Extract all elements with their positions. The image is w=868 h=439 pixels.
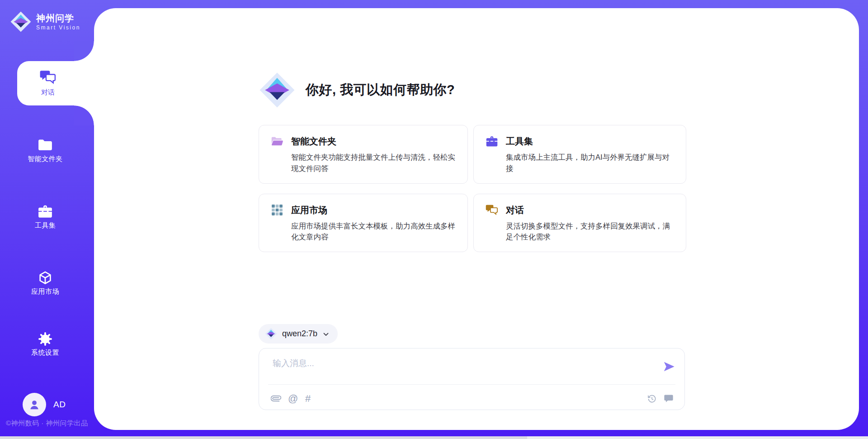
card-description: 灵活切换多模型文件，支持多样回复效果调试，满足个性化需求	[506, 220, 674, 243]
composer-tools: @ #	[271, 393, 316, 404]
sidebar-item-label: 系统设置	[31, 348, 59, 357]
card-toolset[interactable]: 工具集 集成市场上主流工具，助力AI与外界无缝扩展与对接	[473, 125, 686, 184]
at-icon[interactable]: @	[288, 393, 298, 404]
card-title: 工具集	[506, 135, 533, 148]
brand-diamond-icon	[10, 11, 32, 33]
model-diamond-icon	[265, 328, 277, 340]
card-app-market[interactable]: 应用市场 应用市场提供丰富长文本模板，助力高效生成多样化文章内容	[259, 194, 468, 253]
model-label: qwen2:7b	[282, 329, 317, 339]
user-name: AD	[53, 400, 66, 410]
composer-actions	[647, 394, 674, 404]
user-profile[interactable]: AD	[23, 393, 66, 416]
assistant-diamond-icon	[259, 72, 296, 109]
sidebar-item-app-market[interactable]: 应用市场	[0, 271, 90, 296]
feature-cards: 智能文件夹 智能文件夹功能支持批量文件上传与清洗，轻松实现文件问答 工具集 集成…	[259, 125, 686, 252]
greeting: 你好, 我可以如何帮助你?	[259, 72, 455, 109]
tab-fillet-top	[74, 41, 94, 61]
model-selector[interactable]: qwen2:7b	[259, 324, 338, 344]
sidebar-item-label: 对话	[41, 88, 55, 97]
send-icon	[663, 360, 675, 373]
history-icon[interactable]	[647, 394, 657, 404]
chat-bubble-icon[interactable]	[664, 394, 674, 404]
brand-name-en: Smart Vision	[36, 24, 80, 31]
card-title: 智能文件夹	[291, 135, 336, 148]
card-head: 应用市场	[271, 204, 456, 216]
folder-open-icon	[271, 136, 283, 148]
sidebar-item-label: 工具集	[35, 221, 56, 230]
sidebar-item-settings[interactable]: 系统设置	[0, 332, 90, 357]
folder-icon	[38, 138, 53, 153]
brand-name-cn: 神州问学	[36, 13, 80, 24]
card-head: 智能文件夹	[271, 135, 456, 148]
card-chat[interactable]: 对话 灵活切换多模型文件，支持多样回复效果调试，满足个性化需求	[473, 194, 686, 253]
brand-text: 神州问学 Smart Vision	[36, 13, 80, 31]
sidebar-item-smart-folders[interactable]: 智能文件夹	[0, 138, 90, 163]
sidebar-item-chat[interactable]: 对话	[17, 61, 94, 105]
card-description: 应用市场提供丰富长文本模板，助力高效生成多样化文章内容	[291, 220, 456, 243]
card-description: 智能文件夹功能支持批量文件上传与清洗，轻松实现文件问答	[291, 152, 456, 174]
composer-divider	[268, 384, 675, 385]
sidebar-item-label: 应用市场	[31, 287, 59, 296]
person-icon	[28, 398, 41, 411]
grid-icon	[271, 204, 283, 216]
send-button[interactable]	[663, 360, 675, 373]
card-smart-folders[interactable]: 智能文件夹 智能文件夹功能支持批量文件上传与清洗，轻松实现文件问答	[259, 125, 468, 184]
avatar	[23, 393, 46, 416]
bottom-scrollbar[interactable]	[0, 436, 868, 439]
chevron-down-icon	[322, 331, 330, 338]
app-logo: 神州问学 Smart Vision	[10, 11, 80, 33]
paperclip-icon[interactable]	[271, 393, 281, 404]
sidebar: 神州问学 Smart Vision 对话 智能文件夹 工具集 应用市场 系统设置…	[0, 0, 94, 439]
copyright-text: ©神州数码 · 神州问学出品	[6, 419, 88, 428]
card-head: 工具集	[486, 135, 674, 148]
message-input[interactable]	[272, 357, 653, 382]
card-head: 对话	[486, 204, 674, 216]
message-composer: @ #	[259, 348, 685, 410]
card-description: 集成市场上主流工具，助力AI与外界无缝扩展与对接	[506, 152, 674, 174]
card-title: 应用市场	[291, 204, 327, 216]
card-title: 对话	[506, 204, 524, 216]
toolbox-icon	[38, 205, 53, 219]
sidebar-item-toolset[interactable]: 工具集	[0, 205, 90, 230]
toolbox-icon	[486, 136, 498, 148]
scrollbar-thumb[interactable]	[0, 436, 527, 439]
tab-fillet-bottom	[74, 105, 94, 125]
chat-icon	[486, 204, 498, 216]
sidebar-item-label: 智能文件夹	[28, 155, 63, 163]
greeting-title: 你好, 我可以如何帮助你?	[306, 81, 455, 99]
chat-icon	[39, 70, 57, 85]
hash-icon[interactable]: #	[305, 393, 316, 404]
cube-icon	[38, 271, 53, 285]
gear-icon	[38, 332, 53, 346]
